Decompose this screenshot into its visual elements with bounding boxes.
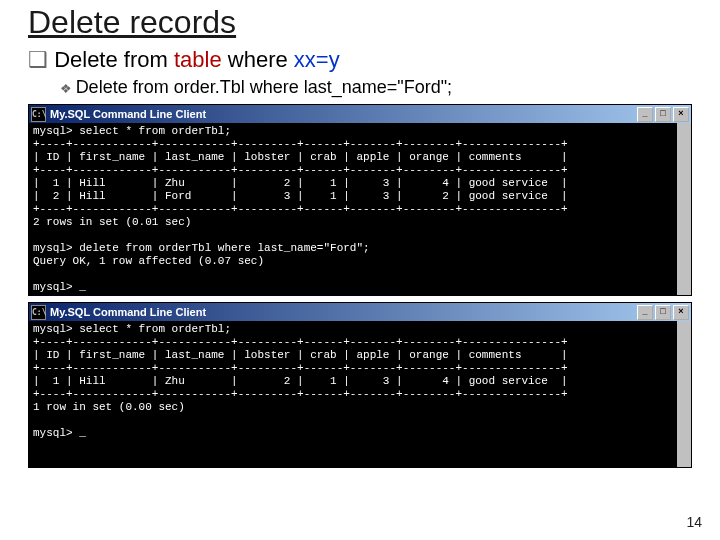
minimize-button[interactable]: _ [637, 305, 653, 320]
page-number: 14 [686, 514, 702, 530]
b1-keyword-table: table [174, 47, 222, 72]
b1-text-mid: where [222, 47, 294, 72]
slide: Delete records Delete from table where x… [0, 0, 720, 540]
bullet-1: Delete from table where xx=y [28, 47, 700, 73]
titlebar[interactable]: C:\ My.SQL Command Line Client _ □ × [29, 303, 691, 321]
bullet-level-2: Delete from order.Tbl where last_name="F… [28, 77, 700, 98]
close-button[interactable]: × [673, 107, 689, 122]
close-button[interactable]: × [673, 305, 689, 320]
terminal-window-before: C:\ My.SQL Command Line Client _ □ × mys… [28, 104, 692, 296]
console-output-after[interactable]: mysql> select * from orderTbl; +----+---… [29, 321, 691, 467]
maximize-button[interactable]: □ [655, 305, 671, 320]
bullet-level-1: Delete from table where xx=y [28, 47, 700, 73]
app-icon: C:\ [31, 305, 46, 320]
titlebar[interactable]: C:\ My.SQL Command Line Client _ □ × [29, 105, 691, 123]
window-title: My.SQL Command Line Client [50, 108, 206, 120]
b1-text-pre: Delete from [54, 47, 174, 72]
terminal-window-after: C:\ My.SQL Command Line Client _ □ × mys… [28, 302, 692, 468]
maximize-button[interactable]: □ [655, 107, 671, 122]
window-title: My.SQL Command Line Client [50, 306, 206, 318]
page-title: Delete records [28, 4, 700, 41]
console-output-before[interactable]: mysql> select * from orderTbl; +----+---… [29, 123, 691, 295]
b1-placeholder-condition: xx=y [294, 47, 340, 72]
app-icon: C:\ [31, 107, 46, 122]
minimize-button[interactable]: _ [637, 107, 653, 122]
bullet-2: Delete from order.Tbl where last_name="F… [60, 77, 700, 98]
